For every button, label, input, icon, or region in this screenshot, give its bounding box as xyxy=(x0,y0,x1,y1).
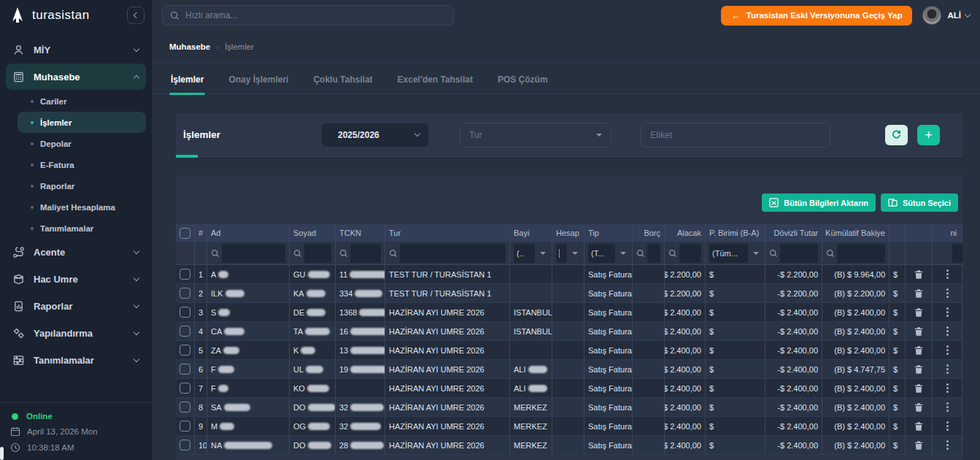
table-row[interactable]: 9MOG32HAZİRAN AYI UMRE 2026MERKEZSatış F… xyxy=(176,417,962,436)
filter-input-soyad[interactable] xyxy=(304,244,331,263)
delete-icon[interactable] xyxy=(914,364,924,375)
sidebar-subitem-label: Maliyet Hesaplama xyxy=(40,203,115,212)
filter-select-tip[interactable]: (T... xyxy=(588,244,615,263)
filter-select-bayi[interactable]: (.. xyxy=(514,244,535,263)
filter-input-ni[interactable] xyxy=(952,244,962,263)
delete-icon[interactable] xyxy=(914,383,924,394)
tab-excel-den-tahsilat[interactable]: Excel'den Tahsilat xyxy=(396,74,474,93)
breadcrumb-parent[interactable]: Muhasebe xyxy=(169,42,210,51)
sidebar-subitem-raporlar[interactable]: Raporlar xyxy=(6,175,146,196)
row-checkbox[interactable] xyxy=(180,440,190,451)
row-menu-icon[interactable] xyxy=(936,421,958,431)
refresh-button[interactable] xyxy=(885,125,908,145)
row-menu-icon[interactable] xyxy=(936,307,958,317)
delete-icon[interactable] xyxy=(914,440,924,451)
row-checkbox[interactable] xyxy=(180,364,190,375)
cell-kumulatif: (B) $ 2.400,00 xyxy=(822,341,890,359)
select-all-checkbox[interactable] xyxy=(180,228,190,239)
filter-input-dovizli[interactable] xyxy=(780,244,818,263)
row-checkbox[interactable] xyxy=(180,288,190,299)
table-row[interactable]: 2ILKKA3346TEST TUR / TURASİSTAN 1Satış F… xyxy=(176,284,962,303)
table-row[interactable]: 10NADO28HAZİRAN AYI UMRE 2026MERKEZSatış… xyxy=(176,436,962,455)
dropdown-caret-icon[interactable] xyxy=(570,252,580,255)
sidebar-subitem-maliyet-hesaplama[interactable]: Maliyet Hesaplama xyxy=(6,196,146,218)
row-checkbox[interactable] xyxy=(180,326,190,337)
sidebar-subitem-cariler[interactable]: Cariler xyxy=(6,91,146,112)
season-select[interactable]: 2025/2026 xyxy=(322,123,428,147)
table-row[interactable]: 5ZAK13HAZİRAN AYI UMRE 2026Satış Faturas… xyxy=(176,341,962,360)
delete-icon[interactable] xyxy=(914,307,924,318)
filter-input-borc[interactable] xyxy=(647,244,660,263)
row-menu-icon[interactable] xyxy=(936,440,958,450)
sidebar-subitem-e-fatura[interactable]: E-Fatura xyxy=(6,154,146,175)
tur-select[interactable]: Tur xyxy=(460,123,611,147)
tab-çoklu-tahsilat[interactable]: Çoklu Tahsilat xyxy=(312,74,374,93)
row-checkbox[interactable] xyxy=(180,421,190,432)
filter-select-hesap[interactable] xyxy=(556,244,567,263)
table-row[interactable]: 8SADO32HAZİRAN AYI UMRE 2026MERKEZSatış … xyxy=(176,398,962,417)
sidebar-collapse-button[interactable] xyxy=(127,7,144,24)
row-menu-icon[interactable] xyxy=(936,383,958,393)
avatar[interactable] xyxy=(922,6,941,25)
row-menu-icon[interactable] xyxy=(936,345,958,355)
search-input[interactable] xyxy=(185,10,446,20)
sidebar-item-muhasebe[interactable]: Muhasebe xyxy=(6,64,146,90)
filter-input-tckn[interactable] xyxy=(350,244,381,263)
sidebar-subitem-i̇şlemler[interactable]: İşlemler xyxy=(18,112,146,133)
row-menu-icon[interactable] xyxy=(936,326,958,336)
dropdown-caret-icon[interactable] xyxy=(538,252,548,255)
table-row[interactable]: 1AGU11TEST TUR / TURASİSTAN 1Satış Fatur… xyxy=(176,265,962,284)
cell-dovizli: -$ 2.400,00 xyxy=(765,436,822,454)
tab-pos-çözüm[interactable]: POS Çözüm xyxy=(496,74,549,93)
filter-input-tur[interactable] xyxy=(400,244,506,263)
row-menu-icon[interactable] xyxy=(936,269,958,279)
filter-select-pbirimi[interactable]: (Tüm... xyxy=(709,244,748,263)
tab-onay-i-şlemleri[interactable]: Onay İşlemleri xyxy=(227,74,290,93)
sidebar-item-raporlar[interactable]: Raporlar xyxy=(6,293,146,319)
sidebar-item-hac-umre[interactable]: Hac Umre xyxy=(6,266,146,292)
add-button[interactable]: + xyxy=(917,125,940,145)
row-menu-icon[interactable] xyxy=(936,402,958,412)
sidebar-subitem-tanımlamalar[interactable]: Tanımlamalar xyxy=(6,218,146,239)
filter-input-alacak[interactable] xyxy=(679,244,701,263)
quick-search[interactable] xyxy=(162,5,454,26)
etiket-input[interactable]: Etiket xyxy=(641,123,830,147)
tab-i-şlemler[interactable]: İşlemler xyxy=(169,74,205,93)
delete-icon[interactable] xyxy=(914,269,924,280)
delete-icon[interactable] xyxy=(914,326,924,337)
sidebar-item-acente[interactable]: Acente xyxy=(6,239,146,265)
row-menu-icon[interactable] xyxy=(936,364,958,374)
delete-icon[interactable] xyxy=(914,345,924,356)
table-row[interactable]: 3SDE1368HAZİRAN AYI UMRE 2026ISTANBULSat… xyxy=(176,303,962,322)
cell-trash xyxy=(906,398,933,416)
sidebar-subitem-depolar[interactable]: Depolar xyxy=(6,133,146,154)
table-row[interactable]: 6FUL19HAZİRAN AYI UMRE 2026ALISatış Fatu… xyxy=(176,360,962,379)
row-checkbox[interactable] xyxy=(180,345,190,356)
sidebar-item-mi̇y[interactable]: MİY xyxy=(6,37,146,63)
search-icon xyxy=(668,249,677,258)
sidebar-item-tanımlamalar[interactable]: Tanımlamalar xyxy=(6,347,146,373)
row-menu-icon[interactable] xyxy=(936,288,958,298)
delete-icon[interactable] xyxy=(914,288,924,299)
column-chooser-button[interactable]: Sütun Seçici xyxy=(881,193,958,212)
cell-bayi: ISTANBUL xyxy=(510,303,552,321)
filter-input-kumulatif[interactable] xyxy=(837,244,885,263)
row-checkbox[interactable] xyxy=(180,402,190,413)
dropdown-caret-icon[interactable] xyxy=(618,252,628,255)
table-row[interactable]: 4CATA16HAZİRAN AYI UMRE 2026ISTANBULSatı… xyxy=(176,322,962,341)
cell-num: 1 xyxy=(195,265,207,283)
row-checkbox[interactable] xyxy=(180,269,190,280)
sidebar-item-yapılandırma[interactable]: Yapılandırma xyxy=(6,320,146,346)
export-all-button[interactable]: Bütün Bilgileri Aktarın xyxy=(762,193,876,212)
sidebar-scrollbar-thumb[interactable] xyxy=(0,447,4,460)
cell-bayi: MERKEZ xyxy=(510,417,552,435)
delete-icon[interactable] xyxy=(914,421,924,432)
legacy-version-button[interactable]: ← Turasistan Eski Versiyonuna Geçiş Yap xyxy=(721,6,913,26)
row-checkbox[interactable] xyxy=(180,307,190,318)
delete-icon[interactable] xyxy=(914,402,924,413)
dropdown-caret-icon[interactable] xyxy=(751,252,761,255)
table-row[interactable]: 7FKOHAZİRAN AYI UMRE 2026ALISatış Fatura… xyxy=(176,379,962,398)
user-menu[interactable]: ALİ xyxy=(947,11,970,20)
filter-input-ad[interactable] xyxy=(222,244,285,263)
row-checkbox[interactable] xyxy=(180,383,190,394)
